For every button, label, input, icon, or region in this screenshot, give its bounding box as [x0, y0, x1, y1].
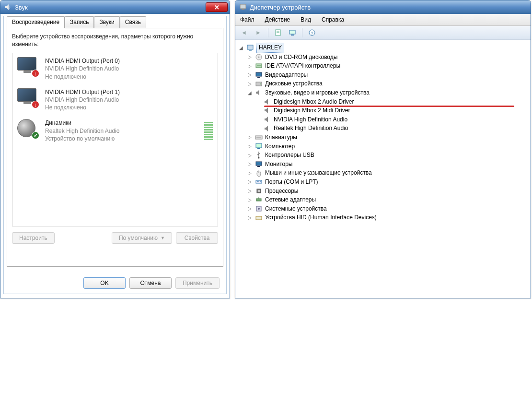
device-status: Не подключено [45, 73, 213, 81]
tree-device[interactable]: Digidesign Mbox 2 Audio Driver [238, 97, 529, 107]
tree-category[interactable]: ▷Компьютер [238, 142, 529, 151]
tabstrip: Воспроизведение Запись Звуки Связь [4, 16, 226, 28]
close-button[interactable]: ✕ [206, 2, 228, 12]
sound-device-icon [263, 116, 272, 123]
category-label: IDE ATA/ATAPI контроллеры [265, 61, 340, 71]
tree-category[interactable]: ▷Контроллеры USB [238, 151, 529, 160]
monitor-icon: ↓ [17, 88, 40, 107]
menu-file[interactable]: Файл [238, 15, 256, 24]
tree-category[interactable]: ▷Мыши и иные указывающие устройства [238, 168, 529, 178]
tree-device[interactable]: NVIDIA High Definition Audio [238, 115, 529, 124]
svg-rect-38 [256, 216, 262, 220]
category-label: Процессоры [265, 187, 299, 196]
device-sub: Realtek High Definition Audio [45, 127, 199, 135]
expand-icon[interactable]: ▷ [247, 152, 253, 159]
expand-icon[interactable]: ▷ [247, 169, 253, 177]
expand-icon[interactable]: ▷ [247, 133, 253, 141]
expand-icon[interactable]: ▷ [247, 187, 253, 195]
tree-category[interactable]: ▷Сетевые адаптеры [238, 195, 529, 204]
device-item[interactable]: ↓ NVIDIA HDMI Output (Port 1) NVIDIA Hig… [12, 84, 218, 116]
expand-icon[interactable]: ▷ [247, 62, 253, 70]
device-tree[interactable]: ◢HARLEY▷DVD и CD-ROM дисководы▷IDE ATA/A… [235, 40, 531, 298]
expand-icon[interactable]: ▷ [247, 205, 253, 213]
svg-rect-15 [256, 72, 262, 76]
tree-device[interactable]: Digidesign Mbox 2 Midi Driver [238, 106, 529, 115]
set-default-button[interactable]: По умолчанию▼ [112, 232, 172, 244]
svg-rect-6 [291, 35, 294, 36]
tree-category[interactable]: ▷Устройства HID (Human Interface Devices… [238, 213, 529, 222]
device-list[interactable]: ↓ NVIDIA HDMI Output (Port 0) NVIDIA Hig… [12, 53, 218, 226]
category-label: Системные устройства [265, 204, 327, 213]
tree-category[interactable]: ▷Системные устройства [238, 204, 529, 213]
expand-icon[interactable]: ▷ [247, 142, 253, 150]
sound-icon [254, 89, 263, 96]
device-status: Устройство по умолчанию [45, 135, 199, 142]
expand-icon[interactable]: ▷ [247, 160, 253, 168]
sound-titlebar[interactable]: Звук ✕ [0, 0, 230, 14]
collapse-icon[interactable]: ◢ [238, 44, 244, 52]
menu-action[interactable]: Действие [263, 15, 292, 24]
instruction-text: Выберите устройство воспроизведения, пар… [12, 33, 218, 48]
properties-toolbar-button[interactable] [272, 27, 284, 38]
svg-point-29 [257, 181, 258, 182]
device-manager-window: Диспетчер устройств Файл Действие Вид Сп… [235, 0, 531, 298]
expand-icon[interactable]: ▷ [247, 53, 253, 61]
tree-category[interactable]: ▷Мониторы [238, 160, 529, 169]
devmgr-titlebar[interactable]: Диспетчер устройств [235, 0, 531, 14]
expand-icon[interactable]: ▷ [247, 178, 253, 186]
device-item[interactable]: ✓ Динамики Realtek High Definition Audio… [12, 115, 218, 146]
tree-root[interactable]: ◢HARLEY [238, 43, 529, 53]
svg-rect-21 [256, 143, 262, 148]
scan-button[interactable] [287, 27, 298, 38]
tree-category[interactable]: ▷Дисковые устройства [238, 79, 529, 88]
svg-rect-16 [257, 77, 260, 78]
expand-icon[interactable]: ▷ [247, 80, 253, 88]
forward-button[interactable]: ► [253, 27, 264, 38]
sound-device-icon [263, 107, 272, 114]
devmgr-title: Диспетчер устройств [250, 4, 311, 11]
apply-button[interactable]: Применить [175, 277, 220, 289]
keyboard-icon [254, 133, 263, 141]
tree-category[interactable]: ▷Клавиатуры [238, 133, 529, 142]
expand-icon[interactable]: ▷ [247, 71, 253, 79]
tree-device[interactable]: Realtek High Definition Audio [238, 124, 529, 133]
tab-sounds[interactable]: Звуки [94, 16, 119, 28]
back-button[interactable]: ◄ [238, 27, 250, 38]
hdd-icon [254, 80, 263, 88]
category-label: Устройства HID (Human Interface Devices) [265, 213, 377, 222]
tab-recording[interactable]: Запись [65, 16, 94, 28]
svg-rect-17 [256, 82, 262, 86]
expand-icon[interactable]: ▷ [247, 196, 253, 204]
tree-category[interactable]: ▷Порты (COM и LPT) [238, 178, 529, 187]
tab-communications[interactable]: Связь [120, 16, 146, 28]
tree-category[interactable]: ▷Процессоры [238, 187, 529, 196]
tree-category[interactable]: ▷Видеоадаптеры [238, 71, 529, 80]
category-label: Мониторы [265, 160, 292, 169]
configure-button[interactable]: Настроить [12, 232, 55, 244]
tree-category[interactable]: ▷IDE ATA/ATAPI контроллеры [238, 61, 529, 71]
menu-view[interactable]: Вид [299, 15, 313, 24]
properties-button[interactable]: Свойства [176, 232, 218, 244]
sound-device-icon [263, 98, 272, 106]
tab-playback[interactable]: Воспроизведение [7, 16, 65, 28]
expand-icon[interactable]: ◢ [247, 89, 253, 97]
device-item[interactable]: ↓ NVIDIA HDMI Output (Port 0) NVIDIA Hig… [12, 53, 218, 84]
page-icon [274, 29, 282, 36]
device-label: Realtek High Definition Audio [274, 124, 348, 133]
speaker-icon [4, 3, 12, 11]
tree-category[interactable]: ◢Звуковые, видео и игровые устройства [238, 88, 529, 97]
cancel-button[interactable]: Отмена [129, 277, 172, 289]
menubar: Файл Действие Вид Справка [235, 14, 531, 26]
sound-device-icon [263, 125, 272, 132]
ok-button[interactable]: OK [83, 277, 126, 289]
expand-icon[interactable]: ▷ [247, 214, 253, 222]
help-toolbar-button[interactable]: ? [306, 27, 318, 38]
category-label: Дисковые устройства [265, 79, 323, 88]
svg-rect-9 [247, 45, 253, 49]
chevron-down-icon: ▼ [161, 236, 165, 240]
svg-point-23 [258, 157, 260, 159]
tree-category[interactable]: ▷DVD и CD-ROM дисководы [238, 53, 529, 62]
menu-help[interactable]: Справка [320, 15, 346, 24]
device-name: Динамики [45, 119, 199, 127]
category-label: Порты (COM и LPT) [265, 178, 318, 187]
